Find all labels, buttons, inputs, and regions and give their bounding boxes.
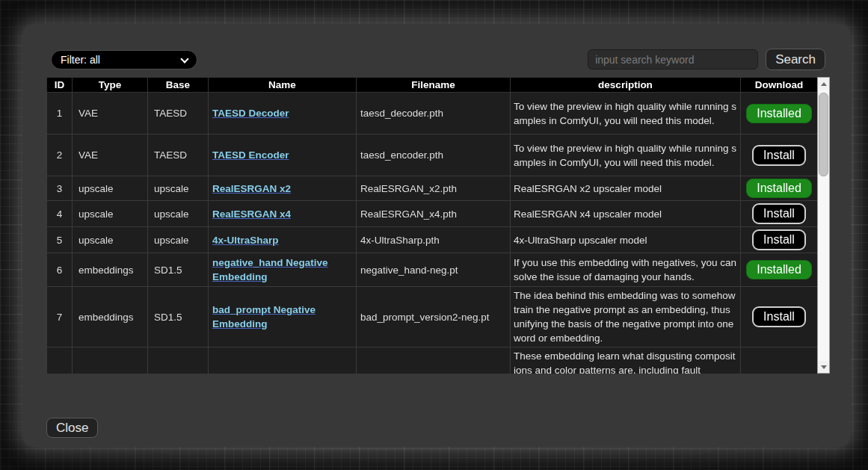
install-models-dialog: Filter: all Search ID Type Base Name	[22, 24, 851, 447]
search-area: Search	[588, 49, 825, 70]
cell-type: upscale	[73, 176, 148, 201]
model-name-link[interactable]: negative_hand Negative Embedding	[212, 257, 328, 282]
download-button[interactable]: Install	[752, 229, 806, 250]
download-button[interactable]: Installed	[746, 104, 812, 123]
scrollbar-thumb[interactable]	[819, 93, 828, 176]
cell-base: upscale	[148, 176, 209, 201]
model-name-link[interactable]: RealESRGAN x4	[212, 208, 291, 220]
cell-base: SD1.5	[148, 253, 209, 287]
download-button[interactable]: Installed	[746, 179, 812, 198]
cell-name: RealESRGAN x4	[209, 201, 357, 227]
cell-type: embeddings	[73, 287, 148, 347]
close-button[interactable]: Close	[46, 418, 98, 438]
header-download: Download	[741, 78, 818, 93]
table-header-row: ID Type Base Name Filename description D…	[47, 78, 818, 93]
filter-select[interactable]: Filter: all	[51, 50, 197, 69]
cell-description: To view the preview in high quality whil…	[511, 134, 741, 176]
model-name-link[interactable]: TAESD Decoder	[212, 108, 289, 119]
cell-download: Install	[741, 201, 818, 227]
cell-download: Install	[741, 287, 818, 347]
cell-filename: RealESRGAN_x2.pth	[357, 176, 511, 201]
cell-name: TAESD Encoder	[209, 134, 357, 176]
model-table-body: 1 VAE TAESD TAESD Decoder taesd_decoder.…	[47, 93, 818, 374]
download-button[interactable]: Installed	[746, 260, 812, 279]
table-row: 1 VAE TAESD TAESD Decoder taesd_decoder.…	[47, 93, 818, 134]
cell-description: RealESRGAN x4 upscaler model	[511, 201, 741, 227]
filter-select-wrap: Filter: all	[51, 50, 197, 69]
cell-id: 4	[47, 201, 73, 227]
model-table-zone: ID Type Base Name Filename description D…	[46, 77, 830, 374]
cell-description: If you use this embedding with negatives…	[511, 253, 741, 287]
table-row: 2 VAE TAESD TAESD Encoder taesd_encoder.…	[47, 134, 818, 176]
cell-name: 4x-UltraSharp	[209, 227, 357, 253]
model-name-link[interactable]: TAESD Encoder	[212, 149, 289, 161]
cell-type: upscale	[73, 201, 148, 227]
cell-filename: negative_hand-neg.pt	[357, 253, 511, 287]
cell-id: 1	[47, 93, 73, 134]
cell-type: VAE	[73, 93, 148, 134]
cell-download: Installed	[741, 176, 818, 201]
cell-name	[209, 347, 357, 374]
cell-id: 6	[47, 253, 73, 287]
cell-type	[73, 347, 148, 374]
table-row: 7 embeddings SD1.5 bad_prompt Negative E…	[47, 287, 818, 347]
search-input[interactable]	[588, 49, 758, 69]
model-name-link[interactable]: bad_prompt Negative Embedding	[212, 304, 316, 330]
triangle-up-icon	[821, 82, 827, 86]
cell-download: Install	[741, 227, 818, 253]
header-name: Name	[209, 78, 357, 93]
cell-filename	[357, 347, 511, 374]
cell-name: TAESD Decoder	[209, 93, 357, 134]
table-row: 3 upscale upscale RealESRGAN x2 RealESRG…	[47, 176, 818, 201]
cell-base: SD1.5	[148, 287, 209, 347]
cell-id: 2	[47, 134, 73, 176]
cell-base: TAESD	[148, 134, 209, 176]
model-name-link[interactable]: RealESRGAN x2	[212, 183, 291, 194]
cell-filename: RealESRGAN_x4.pth	[357, 201, 511, 227]
cell-filename: bad_prompt_version2-neg.pt	[357, 287, 511, 347]
cell-base	[148, 347, 209, 374]
cell-download: Installed	[741, 253, 818, 287]
table-scrollbar[interactable]	[817, 77, 830, 374]
header-id: ID	[47, 78, 73, 93]
cell-filename: 4x-UltraSharp.pth	[357, 227, 511, 253]
cell-id: 3	[47, 176, 73, 201]
triangle-down-icon	[821, 365, 827, 369]
download-button[interactable]: Install	[752, 145, 806, 166]
model-name-link[interactable]: 4x-UltraSharp	[212, 235, 279, 246]
cell-name: RealESRGAN x2	[209, 176, 357, 201]
model-table: ID Type Base Name Filename description D…	[46, 77, 817, 374]
cell-name: negative_hand Negative Embedding	[209, 253, 357, 287]
header-description: description	[511, 78, 741, 93]
cell-type: embeddings	[73, 253, 148, 287]
scroll-down-button[interactable]	[818, 361, 829, 373]
table-row: 4 upscale upscale RealESRGAN x4 RealESRG…	[47, 201, 818, 227]
download-button[interactable]: Install	[752, 306, 806, 327]
cell-filename: taesd_decoder.pth	[357, 93, 511, 134]
cell-type: VAE	[73, 134, 148, 176]
cell-name: bad_prompt Negative Embedding	[209, 287, 357, 347]
cell-description: To view the preview in high quality whil…	[511, 93, 741, 134]
cell-description: 4x-UltraSharp upscaler model	[511, 227, 741, 253]
scroll-up-button[interactable]	[818, 78, 829, 90]
cell-description: The idea behind this embedding was to so…	[511, 287, 741, 347]
table-row: 6 embeddings SD1.5 negative_hand Negativ…	[47, 253, 818, 287]
cell-base: upscale	[148, 201, 209, 227]
header-filename: Filename	[357, 78, 511, 93]
cell-id: 5	[47, 227, 73, 253]
table-row: 5 upscale upscale 4x-UltraSharp 4x-Ultra…	[47, 227, 818, 253]
download-button[interactable]: Install	[752, 203, 806, 224]
header-base: Base	[148, 78, 209, 93]
cell-description: RealESRGAN x2 upscaler model	[511, 176, 741, 201]
cell-id: 7	[47, 287, 73, 347]
table-row: These embedding learn what disgusting co…	[47, 347, 818, 374]
cell-download: Install	[741, 134, 818, 176]
cell-base: TAESD	[148, 93, 209, 134]
cell-base: upscale	[148, 227, 209, 253]
cell-type: upscale	[73, 227, 148, 253]
cell-id	[47, 347, 73, 374]
search-button[interactable]: Search	[766, 49, 825, 70]
header-type: Type	[73, 78, 148, 93]
model-table-scroll: ID Type Base Name Filename description D…	[46, 77, 817, 374]
cell-download	[741, 347, 818, 374]
